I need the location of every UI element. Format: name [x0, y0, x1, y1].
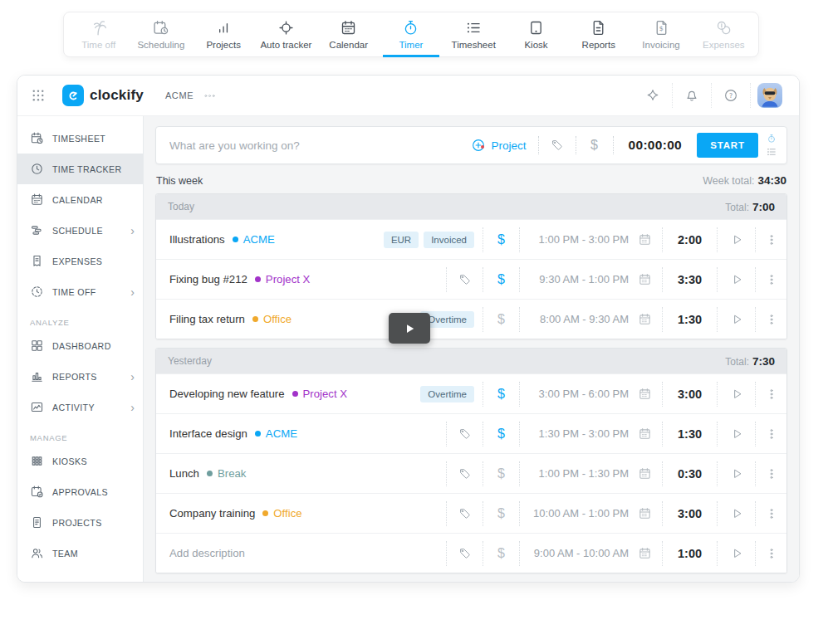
billable-button[interactable]: $	[483, 227, 519, 252]
add-project-button[interactable]: Project	[459, 138, 538, 153]
entry-description[interactable]: Lunch	[169, 467, 199, 480]
time-range[interactable]: 3:00 PM - 6:00 PM	[519, 382, 662, 407]
duration[interactable]: 1:30	[662, 422, 717, 446]
duration[interactable]: 0:30	[662, 461, 717, 486]
start-button[interactable]: START	[697, 133, 758, 158]
duration[interactable]: 3:00	[662, 382, 717, 407]
project-chip[interactable]: ACME	[233, 233, 275, 246]
timer-mode-icon[interactable]	[767, 134, 777, 144]
continue-button[interactable]	[717, 501, 755, 526]
duration[interactable]: 1:30	[662, 307, 717, 332]
tag-badge[interactable]: Invoiced	[424, 232, 474, 248]
profile-button[interactable]	[750, 83, 789, 108]
sidebar-item-approvals[interactable]: APPROVALS	[17, 476, 143, 507]
clockify-logo[interactable]: clockify	[62, 85, 144, 106]
tag-button[interactable]	[446, 501, 483, 526]
help-button[interactable]: ?	[711, 83, 750, 108]
tab-auto-tracker[interactable]: Auto tracker	[255, 12, 317, 56]
tag-button[interactable]	[446, 267, 483, 292]
billable-toggle[interactable]: $	[576, 133, 613, 158]
time-range[interactable]: 1:00 PM - 3:00 PM	[519, 227, 662, 252]
billable-button[interactable]: $	[483, 382, 519, 407]
continue-button[interactable]	[717, 422, 755, 446]
tag-badge[interactable]: Overtime	[420, 386, 474, 402]
entry-description[interactable]: Interface design	[169, 427, 247, 440]
time-range[interactable]: 8:00 AM - 9:30 AM	[519, 307, 662, 332]
notifications-button[interactable]	[672, 83, 711, 108]
project-chip[interactable]: ACME	[255, 427, 297, 440]
project-chip[interactable]: Office	[262, 507, 301, 520]
manual-mode-icon[interactable]	[767, 147, 777, 157]
continue-button[interactable]	[717, 227, 755, 252]
continue-button[interactable]	[717, 541, 755, 566]
billable-button[interactable]: $	[483, 267, 519, 292]
sidebar-item-calendar[interactable]: CALENDAR	[17, 184, 143, 215]
billable-button[interactable]: $	[483, 422, 519, 446]
duration[interactable]: 3:30	[662, 267, 717, 292]
row-menu-button[interactable]	[755, 227, 786, 252]
sidebar-item-projects[interactable]: PROJECTS	[17, 507, 143, 538]
sidebar-item-activity[interactable]: ACTIVITY›	[17, 392, 143, 422]
description-input[interactable]	[168, 139, 459, 153]
billable-button[interactable]: $	[483, 307, 519, 332]
tag-button[interactable]	[446, 541, 483, 566]
apps-grid-icon[interactable]	[31, 88, 46, 103]
row-menu-button[interactable]	[755, 501, 786, 526]
time-range[interactable]: 9:30 AM - 1:00 PM	[519, 267, 662, 292]
video-play-overlay[interactable]	[389, 313, 430, 344]
entry-description[interactable]: Fixing bug #212	[169, 273, 247, 285]
sidebar-item-time-off[interactable]: TIME OFF›	[17, 276, 143, 307]
continue-button[interactable]	[717, 307, 755, 332]
time-range[interactable]: 1:00 PM - 1:30 PM	[519, 461, 662, 486]
tags-button[interactable]	[539, 133, 576, 158]
time-range[interactable]: 1:30 PM - 3:00 PM	[519, 422, 662, 446]
entry-description[interactable]: Illustrations	[169, 233, 225, 246]
workspace-menu-icon[interactable]	[203, 90, 216, 102]
sidebar-item-reports[interactable]: REPORTS›	[17, 361, 143, 392]
row-menu-button[interactable]	[755, 422, 786, 446]
tag-button[interactable]	[446, 461, 483, 486]
sidebar-item-expenses[interactable]: EXPENSES	[17, 246, 143, 276]
sidebar-item-dashboard[interactable]: DASHBOARD	[17, 330, 143, 361]
sidebar-item-schedule[interactable]: SCHEDULE›	[17, 215, 143, 246]
sidebar-item-kiosks[interactable]: KIOSKS	[17, 446, 143, 476]
tab-timer[interactable]: Timer	[380, 12, 442, 56]
continue-button[interactable]	[717, 461, 755, 486]
billable-button[interactable]: $	[483, 501, 519, 526]
project-chip[interactable]: Project X	[292, 388, 348, 400]
project-chip[interactable]: Break	[207, 467, 246, 480]
tab-calendar[interactable]: Calendar	[317, 12, 380, 56]
tag-button[interactable]	[446, 422, 483, 446]
integrations-button[interactable]	[634, 83, 672, 108]
duration[interactable]: 1:00	[662, 541, 717, 566]
time-range[interactable]: 9:00 AM - 10:00 AM	[519, 541, 662, 566]
tab-invoicing[interactable]: $Invoicing	[630, 12, 692, 56]
sidebar-item-team[interactable]: TEAM	[17, 538, 143, 568]
tab-projects[interactable]: Projects	[193, 12, 255, 56]
continue-button[interactable]	[717, 382, 755, 407]
billable-button[interactable]: $	[483, 541, 519, 566]
sidebar-item-timesheet[interactable]: TIMESHEET	[17, 123, 143, 154]
row-menu-button[interactable]	[755, 267, 786, 292]
billable-button[interactable]: $	[483, 461, 519, 486]
row-menu-button[interactable]	[755, 541, 786, 566]
row-menu-button[interactable]	[755, 382, 786, 407]
row-menu-button[interactable]	[755, 307, 786, 332]
tab-kiosk[interactable]: Kiosk	[505, 12, 567, 56]
entry-description[interactable]: Add description	[169, 547, 245, 559]
time-range[interactable]: 10:00 AM - 1:00 PM	[519, 501, 662, 526]
continue-button[interactable]	[717, 267, 755, 292]
entry-description[interactable]: Developing new feature	[169, 388, 285, 400]
entry-description[interactable]: Filing tax return	[169, 313, 245, 325]
workspace-name[interactable]: ACME	[165, 90, 194, 100]
sidebar-item-time-tracker[interactable]: TIME TRACKER	[17, 154, 143, 184]
tab-timesheet[interactable]: Timesheet	[443, 12, 505, 56]
tab-time-off[interactable]: Time off	[67, 12, 130, 56]
project-chip[interactable]: Project X	[255, 273, 311, 285]
project-chip[interactable]: Office	[252, 313, 292, 325]
duration[interactable]: 2:00	[662, 227, 717, 252]
tab-scheduling[interactable]: Scheduling	[130, 12, 192, 56]
tab-expenses[interactable]: Expenses	[693, 12, 755, 56]
row-menu-button[interactable]	[755, 461, 786, 486]
tag-badge[interactable]: EUR	[384, 232, 419, 248]
